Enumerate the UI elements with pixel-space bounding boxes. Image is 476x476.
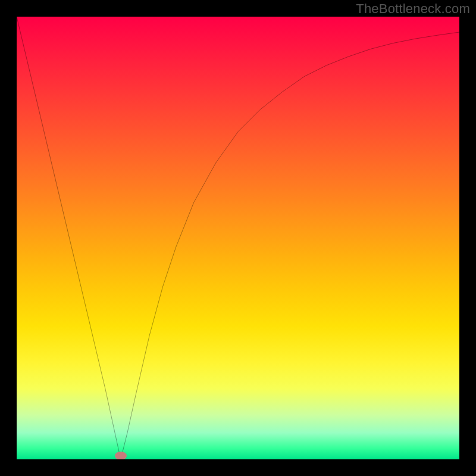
chart-frame: TheBottleneck.com [0, 0, 476, 476]
watermark-text: TheBottleneck.com [356, 1, 470, 17]
bottleneck-curve [17, 17, 459, 459]
plot-area [17, 17, 459, 459]
optimal-point-marker [115, 452, 127, 459]
